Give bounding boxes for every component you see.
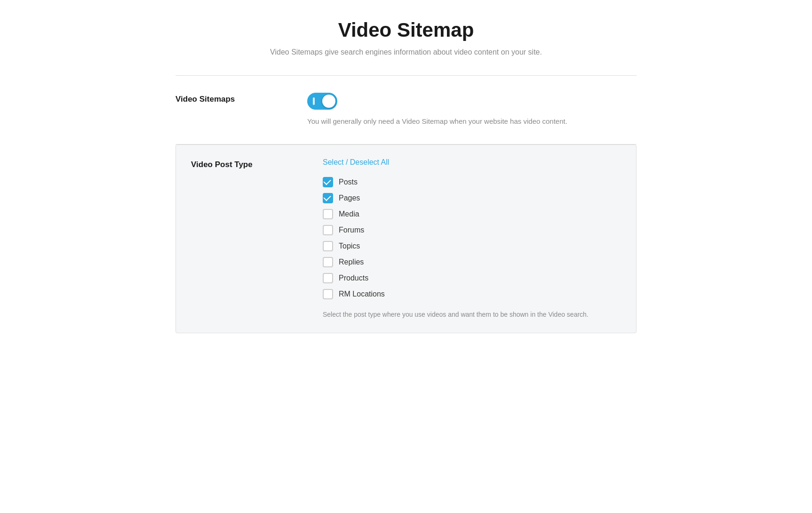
checkbox-pages[interactable] (323, 193, 333, 203)
select-deselect-all-link[interactable]: Select / Deselect All (323, 158, 389, 167)
video-sitemaps-label: Video Sitemaps (175, 93, 307, 104)
checkbox-item-posts[interactable]: Posts (323, 177, 621, 187)
video-sitemaps-toggle[interactable] (307, 93, 337, 110)
checkbox-item-rm-locations[interactable]: RM Locations (323, 289, 621, 299)
checkbox-posts[interactable] (323, 177, 333, 187)
page-subtitle: Video Sitemaps give search engines infor… (175, 48, 637, 56)
video-sitemaps-control: You will generally only need a Video Sit… (307, 93, 637, 127)
toggle-container (307, 93, 637, 110)
checkbox-products[interactable] (323, 273, 333, 283)
post-type-checkbox-list: PostsPagesMediaForumsTopicsRepliesProduc… (323, 177, 621, 299)
video-post-type-label: Video Post Type (191, 158, 323, 169)
checkbox-label-rm-locations: RM Locations (339, 290, 385, 298)
page-title: Video Sitemap (175, 19, 637, 41)
checkbox-item-media[interactable]: Media (323, 209, 621, 219)
toggle-track (307, 93, 337, 110)
checkbox-forums[interactable] (323, 225, 333, 235)
checkbox-label-topics: Topics (339, 242, 360, 250)
checkbox-topics[interactable] (323, 241, 333, 251)
checkbox-label-forums: Forums (339, 226, 364, 234)
checkbox-label-pages: Pages (339, 194, 360, 202)
video-sitemaps-row: Video Sitemaps You will generally only n… (175, 76, 637, 144)
checkbox-label-replies: Replies (339, 258, 364, 266)
checkbox-rm-locations[interactable] (323, 289, 333, 299)
video-post-type-section: Video Post Type Select / Deselect All Po… (175, 144, 637, 333)
checkbox-item-pages[interactable]: Pages (323, 193, 621, 203)
page-container: Video Sitemap Video Sitemaps give search… (147, 0, 665, 352)
checkbox-item-products[interactable]: Products (323, 273, 621, 283)
checkbox-item-topics[interactable]: Topics (323, 241, 621, 251)
video-post-type-row: Video Post Type Select / Deselect All Po… (176, 145, 636, 333)
checkbox-media[interactable] (323, 209, 333, 219)
checkbox-label-products: Products (339, 274, 368, 282)
checkbox-item-forums[interactable]: Forums (323, 225, 621, 235)
video-sitemaps-hint: You will generally only need a Video Sit… (307, 116, 637, 127)
checkbox-replies[interactable] (323, 257, 333, 267)
post-type-hint: Select the post type where you use video… (323, 310, 621, 320)
toggle-icon (313, 97, 315, 105)
video-post-type-content: Select / Deselect All PostsPagesMediaFor… (323, 158, 621, 320)
checkbox-label-media: Media (339, 210, 359, 218)
checkbox-item-replies[interactable]: Replies (323, 257, 621, 267)
checkbox-label-posts: Posts (339, 178, 358, 186)
toggle-knob (322, 95, 335, 108)
page-header: Video Sitemap Video Sitemaps give search… (175, 19, 637, 75)
